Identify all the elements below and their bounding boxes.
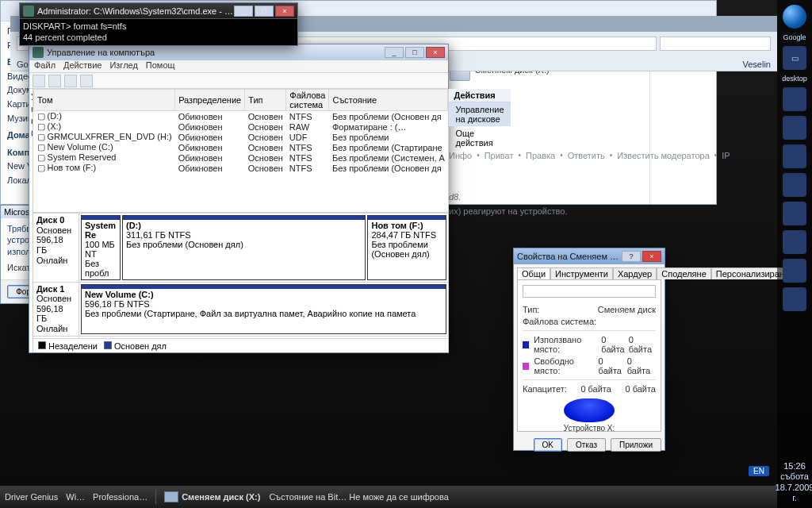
browser-search[interactable]	[660, 37, 771, 51]
language-indicator[interactable]: EN	[749, 466, 769, 476]
taskbar-item[interactable]: Wi…	[66, 492, 85, 502]
dock-app-icon[interactable]	[783, 173, 806, 197]
forward-icon[interactable]	[48, 75, 61, 87]
back-icon[interactable]	[33, 75, 45, 87]
close-button[interactable]: ×	[642, 251, 661, 262]
volume-row[interactable]: ▢ (X:)ОбикновенОсновенRAWФорматиране : (…	[34, 121, 448, 132]
dock-app-icon[interactable]	[783, 259, 806, 283]
user-box[interactable]: Veselin	[743, 60, 771, 69]
taskbar-drive-item[interactable]: Сменяем диск (X:) Състояние на Bit… Не м…	[164, 491, 449, 502]
volume-row[interactable]: ▢ Нов том (F:)ОбикновенОсновенNTFSБез пр…	[34, 163, 448, 173]
menu-bar[interactable]: ФайлДействиеИзгледПомощ	[29, 60, 448, 73]
cmd-icon	[23, 6, 34, 17]
toolbar[interactable]	[29, 73, 448, 89]
help-icon[interactable]: ?	[622, 251, 641, 262]
dock-app-icon[interactable]	[783, 202, 806, 225]
dock-app-icon[interactable]	[783, 144, 806, 168]
dock-app-icon[interactable]	[783, 287, 806, 311]
taskbar-item[interactable]: Driver Genius	[5, 492, 58, 502]
ok-button[interactable]: OK	[534, 438, 562, 452]
desktop-icon[interactable]: ▭	[783, 46, 806, 70]
tab-sharing[interactable]: Споделяне	[657, 267, 711, 279]
clock[interactable]: 15:26 събота 18.7.2009 г.	[776, 461, 812, 508]
right-dock[interactable]: Google ▭ desktop 15:26 събота 18.7.2009 …	[777, 0, 812, 508]
volume-list[interactable]: ТомРазпределениеТипФайлова системаСъстоя…	[33, 89, 448, 213]
tab-general[interactable]: Общи	[517, 267, 550, 279]
volume-row[interactable]: ▢ New Volume (C:)ОбикновенОсновенNTFSБез…	[34, 142, 448, 152]
maximize-button[interactable]: □	[405, 47, 424, 58]
cmd-window[interactable]: Administrator: C:\Windows\System32\cmd.e…	[19, 2, 298, 46]
apply-button[interactable]: Приложи	[611, 438, 661, 452]
minimize-button[interactable]: _	[234, 6, 253, 17]
refresh-icon[interactable]	[64, 75, 77, 87]
volume-row[interactable]: ▢ System ReservedОбикновенОсновенNTFSБез…	[34, 152, 448, 163]
computer-management-window[interactable]: Управление на компютъра _ □ × ФайлДейств…	[29, 44, 449, 353]
help-icon[interactable]	[80, 75, 93, 87]
close-button[interactable]: ×	[275, 6, 294, 17]
volume-label-input[interactable]	[523, 285, 656, 298]
tab-tools[interactable]: Инструменти	[550, 267, 613, 279]
tabs[interactable]: Общи Инструменти Хардуер Споделяне Персо…	[514, 264, 665, 279]
dock-app-icon[interactable]	[783, 87, 806, 111]
tab-hardware[interactable]: Хардуер	[613, 267, 657, 279]
taskbar[interactable]: Driver Genius Wi… Professiona… Сменяем д…	[0, 486, 777, 508]
volume-row[interactable]: ▢ GRMCULXFRER_EN_DVD (H:)ОбикновенОснове…	[34, 132, 448, 142]
cmd-line: DISKPART> format fs=ntfs	[23, 21, 294, 32]
maximize-button[interactable]: □	[255, 6, 274, 17]
cmd-title: Administrator: C:\Windows\System32\cmd.e…	[37, 6, 234, 16]
drive-properties-dialog[interactable]: Свойства на Сменяем диск (X:) ?× Общи Ин…	[513, 248, 665, 451]
mgmt-icon	[33, 47, 44, 58]
usage-pie-chart	[564, 398, 615, 422]
minimize-button[interactable]: _	[385, 47, 404, 58]
close-button[interactable]: ×	[426, 47, 445, 58]
usb-icon	[164, 491, 178, 502]
legend: Незаделени Основен дял	[33, 338, 448, 352]
disk-map[interactable]: Диск 0Основен596,18 ГБОнлайн System Re10…	[33, 213, 448, 338]
actions-pane[interactable]: Действия Управление на дискове Още дейст…	[448, 89, 510, 352]
dock-app-icon[interactable]	[783, 230, 806, 254]
cancel-button[interactable]: Отказ	[567, 438, 606, 452]
volume-row[interactable]: ▢ (D:)ОбикновенОсновенNTFSБез проблеми (…	[34, 111, 448, 122]
start-orb-icon[interactable]	[783, 5, 806, 29]
taskbar-item[interactable]: Professiona…	[93, 492, 147, 502]
dock-app-icon[interactable]	[783, 116, 806, 140]
cmd-line: 44 percent completed	[23, 32, 294, 43]
